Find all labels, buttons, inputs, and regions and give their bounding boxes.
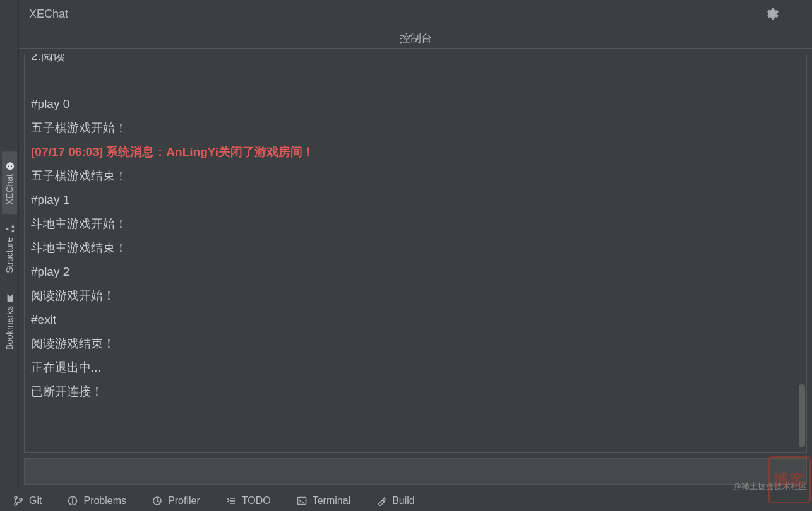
sidebar-item-label: XEChat: [4, 174, 15, 204]
structure-icon: [5, 225, 14, 233]
console-line: #play 2: [31, 260, 800, 284]
console-line: 2.阅读: [31, 54, 800, 68]
bottom-item-label: TODO: [242, 495, 271, 507]
console-line: 阅读游戏开始！: [31, 284, 800, 308]
seal-text: 博客: [773, 472, 806, 488]
branch-icon: [13, 495, 24, 507]
svg-rect-17: [297, 497, 306, 504]
console-line: 五子棋游戏结束！: [31, 164, 800, 188]
svg-point-7: [15, 496, 17, 499]
console-line: #exit: [31, 308, 800, 332]
svg-point-12: [73, 502, 73, 503]
sidebar-item-bookmarks[interactable]: Bookmarks: [2, 283, 17, 360]
console-line: 五子棋游戏开始！: [31, 116, 800, 140]
chat-icon: [5, 162, 14, 170]
console-input[interactable]: [25, 459, 806, 484]
bottom-item-label: Build: [392, 495, 415, 507]
bottom-item-label: Problems: [83, 495, 126, 507]
scrollbar-thumb[interactable]: [799, 384, 805, 447]
console-line: 阅读游戏结束！: [31, 332, 800, 356]
panel-header: XEChat: [19, 0, 812, 28]
console-title: 控制台: [400, 31, 432, 45]
bottom-item-label: Profiler: [168, 495, 200, 507]
bottom-item-label: Terminal: [313, 495, 350, 507]
svg-rect-3: [11, 230, 14, 233]
bottom-item-todo[interactable]: TODO: [225, 495, 271, 507]
console-line: [31, 68, 800, 92]
profiler-icon: [152, 495, 163, 507]
bottom-item-terminal[interactable]: Terminal: [296, 495, 350, 507]
svg-point-9: [20, 498, 22, 501]
svg-point-0: [6, 162, 13, 170]
console-input-row: [24, 458, 807, 485]
sidebar-item-structure[interactable]: Structure: [2, 214, 17, 283]
bottom-item-profiler[interactable]: Profiler: [152, 495, 200, 507]
panel-title: XEChat: [29, 8, 68, 21]
console-line: 斗地主游戏结束！: [31, 236, 800, 260]
bottom-item-build[interactable]: Build: [376, 495, 415, 507]
console-line: 正在退出中...: [31, 356, 800, 380]
sidebar-item-xechat[interactable]: XEChat: [2, 151, 17, 214]
error-icon: [67, 495, 78, 507]
sidebar-item-label: Structure: [4, 237, 15, 273]
console-output[interactable]: 2.阅读#play 0五子棋游戏开始！[07/17 06:03] 系统消息：An…: [24, 54, 807, 453]
gear-icon[interactable]: [767, 8, 779, 20]
bottom-item-label: Git: [29, 495, 42, 507]
console-line: #play 0: [31, 92, 800, 116]
console-line: 斗地主游戏开始！: [31, 212, 800, 236]
minimize-icon[interactable]: [789, 8, 802, 20]
todo-icon: [225, 495, 237, 507]
sidebar-item-label: Bookmarks: [4, 306, 15, 350]
bottom-item-git[interactable]: Git: [13, 495, 42, 507]
svg-rect-6: [794, 13, 797, 13]
svg-point-8: [15, 503, 17, 505]
bottom-bar: Git Problems Profiler TODO Terminal Buil…: [0, 490, 812, 511]
seal-stamp: 博客: [768, 456, 811, 503]
bookmark-icon: [5, 293, 14, 302]
console-line: 已断开连接！: [31, 380, 800, 404]
build-icon: [376, 495, 387, 507]
terminal-icon: [296, 495, 307, 507]
svg-rect-4: [11, 226, 14, 228]
console-line: [07/17 06:03] 系统消息：AnLingYi关闭了游戏房间！: [31, 140, 800, 164]
bottom-item-problems[interactable]: Problems: [67, 495, 126, 507]
left-sidebar: XEChat Structure Bookmarks: [0, 0, 19, 490]
console-line: #play 1: [31, 188, 800, 212]
console-title-bar: 控制台: [19, 28, 812, 49]
svg-rect-5: [6, 228, 8, 231]
